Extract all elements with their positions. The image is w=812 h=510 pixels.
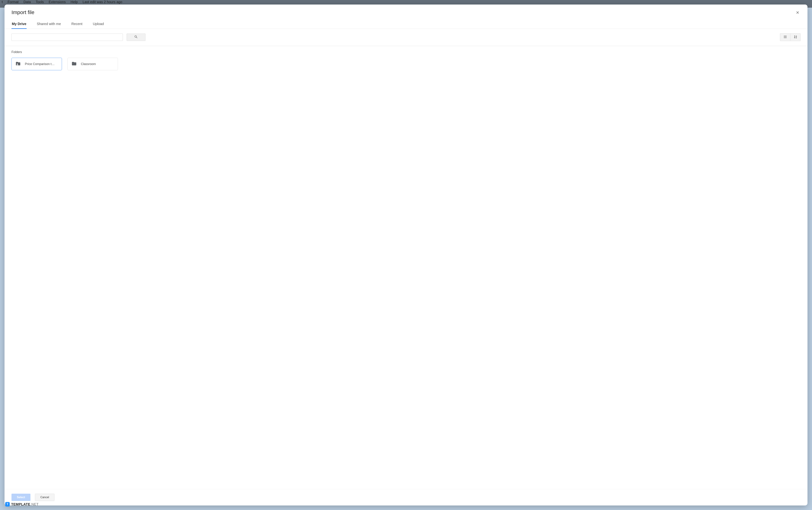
view-controls xyxy=(780,33,801,41)
tab-recent[interactable]: Recent xyxy=(71,20,83,29)
folder-icon xyxy=(71,61,77,67)
folder-card[interactable]: Price Comparison t… xyxy=(11,58,62,70)
list-view-button[interactable] xyxy=(780,34,790,41)
list-icon xyxy=(783,35,787,39)
watermark-icon-letter: T xyxy=(7,503,8,506)
tab-shared-with-me[interactable]: Shared with me xyxy=(36,20,61,29)
menu-item: Data xyxy=(24,0,31,4)
menu-item: t xyxy=(2,0,3,4)
dialog-header: Import file ✕ xyxy=(4,4,808,20)
section-folders-label: Folders xyxy=(11,50,801,54)
tab-label: Recent xyxy=(71,22,82,26)
menu-item: Help xyxy=(70,0,78,4)
button-label: Cancel xyxy=(40,496,49,499)
watermark-icon: T xyxy=(5,502,10,507)
search-input[interactable] xyxy=(11,34,123,41)
watermark: T TEMPLATE.NET xyxy=(5,502,39,507)
import-file-dialog: Import file ✕ My Drive Shared with me Re… xyxy=(4,4,808,506)
watermark-brand: TEMPLATE xyxy=(11,502,30,506)
shared-folder-icon xyxy=(16,61,21,67)
sort-az-button[interactable] xyxy=(790,34,800,41)
search-icon xyxy=(134,35,138,39)
menu-item: Format xyxy=(8,0,19,4)
watermark-tld: .NET xyxy=(30,502,39,506)
folder-name: Classroom xyxy=(81,62,96,66)
folder-grid: Price Comparison t… Classroom xyxy=(11,58,801,70)
last-edit-status: Last edit was 2 hours ago xyxy=(83,0,122,4)
dialog-title: Import file xyxy=(11,9,34,15)
search-row xyxy=(4,29,808,46)
tab-label: Shared with me xyxy=(37,22,61,26)
tab-my-drive[interactable]: My Drive xyxy=(11,20,27,29)
viewport: t Format Data Tools Extensions Help Last… xyxy=(0,0,812,510)
picker-content: Folders Price Comparison t… Classroom xyxy=(4,46,808,489)
dialog-footer: Select Cancel xyxy=(4,489,808,506)
folder-name: Price Comparison t… xyxy=(25,62,55,66)
select-button[interactable]: Select xyxy=(11,494,30,501)
cancel-button[interactable]: Cancel xyxy=(35,494,54,501)
tab-label: My Drive xyxy=(12,22,26,26)
search-button[interactable] xyxy=(127,34,145,41)
sort-az-icon xyxy=(793,35,798,39)
svg-point-0 xyxy=(17,63,18,64)
picker-tabs: My Drive Shared with me Recent Upload xyxy=(4,20,808,29)
menu-item: Tools xyxy=(36,0,44,4)
folder-card[interactable]: Classroom xyxy=(67,58,118,70)
button-label: Select xyxy=(17,496,25,499)
close-button[interactable]: ✕ xyxy=(794,9,801,16)
menu-item: Extensions xyxy=(49,0,66,4)
tab-upload[interactable]: Upload xyxy=(92,20,104,29)
tab-label: Upload xyxy=(93,22,104,26)
watermark-text: TEMPLATE.NET xyxy=(11,502,39,506)
